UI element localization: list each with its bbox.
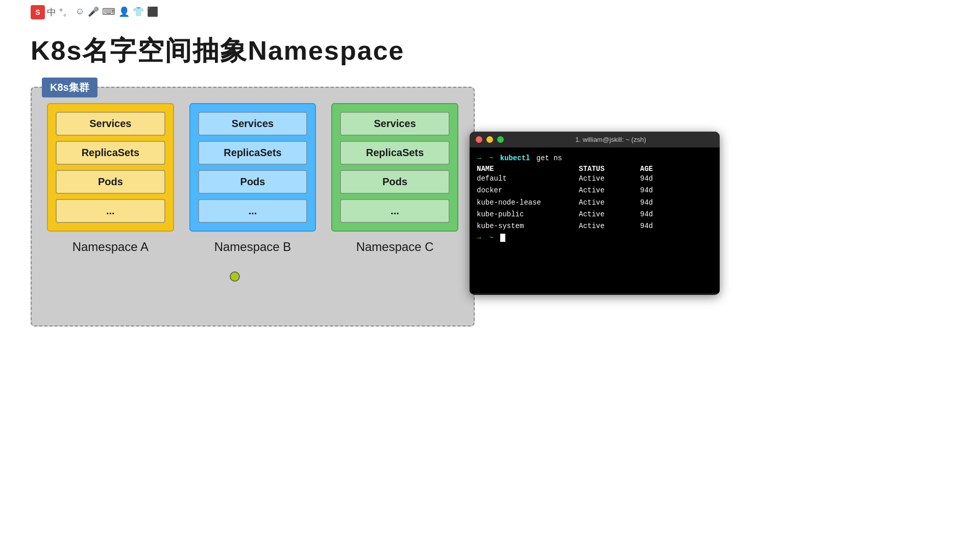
namespace-c-services: Services [340,112,450,136]
keyboard-icon: ⌨ [102,6,115,18]
namespace-a-services: Services [56,112,165,136]
terminal-body: → ~ kubectl get ns NAME STATUS AGE defau… [470,147,720,293]
diagram-area: K8s集群 Services ReplicaSets Pods ... Name… [31,87,475,327]
row-kube-system-status: Active [579,220,640,232]
mouse-cursor [230,271,240,282]
row-kube-system-name: kube-system [477,220,579,232]
terminal-kubectl: kubectl [500,153,530,164]
row-kube-node-lease-status: Active [579,197,640,209]
emoji-icon: ☺ [75,6,84,18]
row-kube-node-lease-age: 94d [640,197,681,209]
namespace-b-more: ... [198,199,308,223]
terminal-cursor [500,234,505,242]
row-docker-name: docker [477,185,579,196]
namespace-c-replicasets: ReplicaSets [340,141,450,165]
table-row-docker: docker Active 94d [477,185,713,196]
terminal-header-row: NAME STATUS AGE [477,165,713,173]
col-header-status: STATUS [579,165,640,173]
terminal-prompt2-arrow: → [477,232,481,243]
table-row-kube-public: kube-public Active 94d [477,209,713,220]
terminal-tilde2: ~ [485,232,498,243]
terminal-titlebar: 1. william@jskill: ~ (zsh) [470,132,720,147]
namespace-c-pods: Pods [340,170,450,194]
row-default-name: default [477,173,579,185]
row-docker-age: 94d [640,185,681,196]
namespace-b: Services ReplicaSets Pods ... Namespace … [189,103,316,254]
k8s-cluster-label: K8s集群 [42,78,97,97]
namespace-a-replicasets: ReplicaSets [56,141,165,165]
terminal-tilde: ~ [485,153,498,164]
terminal-second-prompt: → ~ [477,232,713,243]
table-row-default: default Active 94d [477,173,713,185]
traffic-light-green[interactable] [497,136,504,143]
namespace-c: Services ReplicaSets Pods ... Namespace … [331,103,458,254]
namespace-a: Services ReplicaSets Pods ... Namespace … [47,103,174,254]
table-row-kube-system: kube-system Active 94d [477,220,713,232]
traffic-light-yellow[interactable] [486,136,493,143]
grid-icon: ⬛ [147,6,158,18]
namespace-a-pods: Pods [56,170,165,194]
terminal-title: 1. william@jskill: ~ (zsh) [508,136,714,143]
terminal-command-line: → ~ kubectl get ns [477,153,713,164]
namespace-b-box: Services ReplicaSets Pods ... [189,103,316,232]
namespace-c-box: Services ReplicaSets Pods ... [331,103,458,232]
terminal-prompt-arrow: → [477,153,481,164]
namespace-b-replicasets: ReplicaSets [198,141,308,165]
page-title: K8s名字空间抽象Namespace [31,33,404,69]
namespace-c-label: Namespace C [356,240,434,254]
traffic-light-red[interactable] [476,136,482,143]
row-default-status: Active [579,173,640,185]
row-kube-public-name: kube-public [477,209,579,220]
row-kube-public-status: Active [579,209,640,220]
mic-icon: 🎤 [88,6,99,18]
top-bar-icons: 中 °。 ☺ 🎤 ⌨ 👤 👕 ⬛ [47,6,158,18]
user-icon: 👤 [118,6,130,18]
namespace-a-label: Namespace A [72,240,149,254]
row-kube-public-age: 94d [640,209,681,220]
namespace-a-box: Services ReplicaSets Pods ... [47,103,174,232]
sogou-icon: S [31,5,45,19]
namespace-a-more: ... [56,199,165,223]
namespace-b-label: Namespace B [214,240,291,254]
namespaces-container: Services ReplicaSets Pods ... Namespace … [32,88,474,325]
table-row-kube-node-lease: kube-node-lease Active 94d [477,197,713,209]
top-bar: S 中 °。 ☺ 🎤 ⌨ 👤 👕 ⬛ [31,5,158,19]
namespace-b-pods: Pods [198,170,308,194]
col-header-age: AGE [640,165,681,173]
shirt-icon: 👕 [133,6,144,18]
row-default-age: 94d [640,173,681,185]
terminal-get-ns: get ns [532,153,562,164]
namespace-c-more: ... [340,199,450,223]
row-kube-node-lease-name: kube-node-lease [477,197,579,209]
k8s-cluster: K8s集群 Services ReplicaSets Pods ... Name… [31,87,475,327]
chinese-icon: 中 [47,6,56,18]
dots-icon: °。 [59,6,72,18]
terminal-window: 1. william@jskill: ~ (zsh) → ~ kubectl g… [470,132,720,295]
col-header-name: NAME [477,165,579,173]
row-docker-status: Active [579,185,640,196]
row-kube-system-age: 94d [640,220,681,232]
namespace-b-services: Services [198,112,308,136]
